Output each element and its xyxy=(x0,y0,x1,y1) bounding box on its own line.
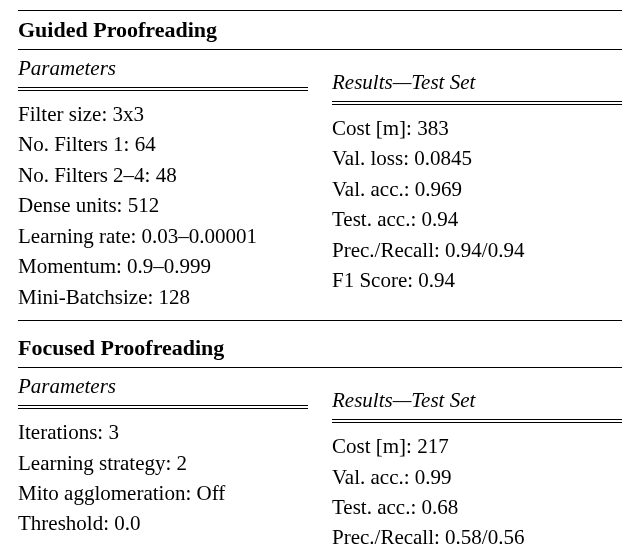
parameters-column: Parameters Iterations: 3 Learning strate… xyxy=(18,368,308,547)
param-line: No. Filters 2–4: 48 xyxy=(18,160,308,190)
param-line: Mini-Batchsize: 128 xyxy=(18,282,308,312)
parameters-body: Filter size: 3x3 No. Filters 1: 64 No. F… xyxy=(18,91,308,320)
parameters-body: Iterations: 3 Learning strategy: 2 Mito … xyxy=(18,409,308,547)
section-guided-proofreading: Guided Proofreading Parameters Filter si… xyxy=(18,10,622,321)
section-title: Guided Proofreading xyxy=(18,10,622,50)
results-body: Cost [m]: 217 Val. acc.: 0.99 Test. acc.… xyxy=(332,423,622,558)
page: Guided Proofreading Parameters Filter si… xyxy=(0,0,640,558)
param-line: Learning rate: 0.03–0.00001 xyxy=(18,221,308,251)
result-line: Val. acc.: 0.969 xyxy=(332,174,622,204)
result-line: Test. acc.: 0.94 xyxy=(332,204,622,234)
result-line: F1 Score: 0.94 xyxy=(332,265,622,295)
section-title: Focused Proofreading xyxy=(18,329,622,368)
parameters-column: Parameters Filter size: 3x3 No. Filters … xyxy=(18,50,308,320)
result-line: Prec./Recall: 0.58/0.56 xyxy=(332,522,622,552)
param-line: Momentum: 0.9–0.999 xyxy=(18,251,308,281)
result-line: Cost [m]: 217 xyxy=(332,431,622,461)
result-line: Prec./Recall: 0.94/0.94 xyxy=(332,235,622,265)
param-line: No. Filters 1: 64 xyxy=(18,129,308,159)
results-column: Results—Test Set Cost [m]: 383 Val. loss… xyxy=(332,50,622,304)
param-line: Filter size: 3x3 xyxy=(18,99,308,129)
result-line: Val. loss: 0.0845 xyxy=(332,143,622,173)
column-header-parameters: Parameters xyxy=(18,50,308,88)
result-line: Cost [m]: 383 xyxy=(332,113,622,143)
column-header-parameters: Parameters xyxy=(18,368,308,406)
param-line: Threshold: 0.0 xyxy=(18,508,308,538)
param-line: Learning strategy: 2 xyxy=(18,448,308,478)
column-header-results: Results—Test Set xyxy=(332,382,622,420)
columns: Parameters Iterations: 3 Learning strate… xyxy=(18,368,622,558)
result-line: Val. acc.: 0.99 xyxy=(332,462,622,492)
param-line: Mito agglomeration: Off xyxy=(18,478,308,508)
results-body: Cost [m]: 383 Val. loss: 0.0845 Val. acc… xyxy=(332,105,622,304)
result-line: F1 Score: 0.54 xyxy=(332,553,622,558)
column-header-results: Results—Test Set xyxy=(332,64,622,102)
section-focused-proofreading: Focused Proofreading Parameters Iteratio… xyxy=(18,329,622,558)
results-column: Results—Test Set Cost [m]: 217 Val. acc.… xyxy=(332,368,622,558)
result-line: Test. acc.: 0.68 xyxy=(332,492,622,522)
param-line: Iterations: 3 xyxy=(18,417,308,447)
columns: Parameters Filter size: 3x3 No. Filters … xyxy=(18,50,622,320)
param-line: Dense units: 512 xyxy=(18,190,308,220)
